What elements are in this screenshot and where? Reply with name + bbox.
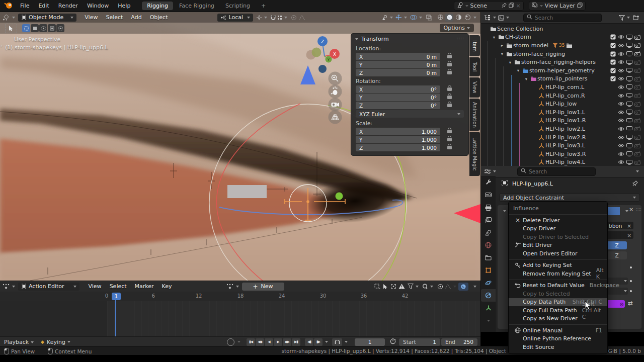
expand-arrow-icon[interactable]: ▾	[507, 60, 513, 65]
panel-drag-handle[interactable]: ::::	[457, 37, 464, 41]
jump-start-button[interactable]: ▮◀	[247, 338, 255, 346]
topbar-menu-edit[interactable]: Edit	[34, 3, 53, 9]
axis-z-button-on[interactable]: Z	[607, 241, 627, 249]
menu-item-edit-source[interactable]: Edit Source	[509, 343, 607, 351]
lock-icon[interactable]	[447, 138, 452, 141]
viewport-menu-add[interactable]: Add	[127, 14, 145, 21]
rotation-mode-dropdown[interactable]: XYZ Euler	[356, 110, 464, 118]
sidebar-tab-animation[interactable]: Animation	[469, 99, 480, 131]
menu-item-online-python-reference[interactable]: Online Python Reference	[509, 335, 607, 343]
monitor-toggle-icon[interactable]	[626, 160, 632, 165]
eye-toggle-icon[interactable]	[618, 68, 624, 73]
show-gizmo-toggle[interactable]	[395, 14, 407, 22]
new-collection-button[interactable]	[632, 14, 640, 22]
lock-icon[interactable]	[447, 63, 452, 66]
select-mode-lasso-button[interactable]	[48, 24, 56, 32]
proportional-edit-button[interactable]	[290, 14, 298, 22]
topbar-menu-help[interactable]: Help	[113, 3, 135, 9]
editor-type-button[interactable]	[3, 14, 15, 22]
add-workspace-button[interactable]: +	[256, 2, 271, 10]
playback-menu[interactable]: Playback	[4, 339, 34, 345]
check-toggle-icon[interactable]	[610, 59, 616, 65]
outliner-filter-mode-button[interactable]	[498, 14, 509, 22]
camera-toggle-icon[interactable]	[634, 93, 640, 98]
camera-toggle-icon[interactable]	[634, 59, 640, 65]
orientation-dropdown[interactable]: Local	[217, 14, 253, 22]
menu-item-copy-driver[interactable]: Copy Driver	[509, 225, 607, 233]
monitor-toggle-icon[interactable]	[626, 84, 632, 89]
constraint-extras-chevron[interactable]	[625, 210, 628, 212]
circle-dot-icon[interactable]	[436, 283, 444, 291]
playhead-line[interactable]	[115, 300, 116, 336]
lock-icon[interactable]	[447, 130, 452, 133]
menu-item-remove-from-keying-set[interactable]: Remove from Keying SetAlt K	[509, 269, 607, 278]
end-frame-field[interactable]: End250	[441, 338, 477, 346]
sidebar-tab-item[interactable]: Item	[469, 35, 480, 56]
monitor-toggle-icon[interactable]	[626, 76, 632, 81]
properties-search-input[interactable]	[529, 168, 579, 174]
monitor-toggle-icon[interactable]	[626, 102, 632, 107]
properties-options-chevron[interactable]	[636, 170, 639, 172]
lock-icon[interactable]	[447, 87, 452, 91]
camera-toggle-icon[interactable]	[634, 34, 640, 40]
eye-toggle-icon[interactable]	[618, 102, 624, 107]
swap-icon[interactable]: ⇄	[628, 300, 633, 307]
check-toggle-icon[interactable]	[610, 76, 616, 81]
monitor-toggle-icon[interactable]	[626, 151, 632, 156]
constraint-target-field[interactable]: bbon×	[607, 222, 633, 229]
properties-tab-view-layer[interactable]	[481, 214, 496, 226]
expand-arrow-icon[interactable]: ▾	[499, 51, 505, 56]
outliner-row-hlp-lip-low1-r[interactable]: HLP-lip_low1.R	[481, 117, 644, 125]
lock-icon[interactable]	[447, 55, 452, 58]
eye-toggle-icon[interactable]	[618, 34, 624, 40]
monitor-toggle-icon[interactable]	[626, 110, 632, 115]
influence-slider-driven[interactable]: ⊗	[607, 300, 625, 308]
camera-toggle-icon[interactable]	[634, 143, 640, 148]
dopesheet-menu-key[interactable]: Key	[158, 283, 176, 290]
eye-toggle-icon[interactable]	[618, 160, 624, 165]
lock-icon[interactable]	[447, 96, 452, 99]
constraint-collapse-chevron[interactable]	[503, 210, 506, 212]
unlink-scene-icon[interactable]: ×	[516, 3, 521, 9]
normalize-chevron[interactable]	[473, 286, 476, 288]
onion-skin-icon[interactable]	[422, 283, 433, 291]
eye-toggle-icon[interactable]	[618, 76, 624, 81]
monitor-toggle-icon[interactable]	[626, 143, 632, 148]
blender-logo-icon[interactable]	[4, 2, 13, 11]
properties-tab-constraint[interactable]	[481, 289, 496, 302]
camera-toggle-icon[interactable]	[634, 160, 640, 165]
outliner-row-storm-model[interactable]: ▸storm-model35	[481, 41, 644, 50]
filter-icon[interactable]	[408, 283, 419, 291]
jump-end-button[interactable]: ▶▮	[292, 338, 300, 346]
menu-item-reset-to-default-value[interactable]: Reset to Default ValueBackspace	[509, 282, 607, 290]
outliner-row-storm-helper-geometry[interactable]: ▾storm-helper_geometry	[481, 66, 644, 75]
select-mode-box-button[interactable]	[31, 24, 39, 32]
topbar-menu-file[interactable]: File	[16, 3, 34, 9]
preview-range-icon[interactable]	[332, 338, 342, 346]
camera-toggle-icon[interactable]	[634, 102, 640, 107]
expand-arrow-icon[interactable]: ▾	[491, 35, 497, 40]
outliner-row-storm-lip-pointers[interactable]: ▾storm-lip_pointers	[481, 75, 644, 83]
current-frame-tag[interactable]: 1	[112, 293, 121, 300]
dopesheet-mode-dropdown[interactable]: Action Editor	[18, 283, 79, 291]
check-toggle-icon[interactable]	[610, 51, 616, 57]
camera-toggle-icon[interactable]	[634, 118, 640, 123]
constraint-type-icon[interactable]	[607, 207, 620, 215]
outliner-row-hlp-lip-corn-r[interactable]: HLP-lip_corn.R	[481, 92, 644, 100]
constraint-close-icon[interactable]: ×	[629, 206, 633, 213]
properties-tab-output[interactable]	[481, 201, 496, 214]
prev-frame-button[interactable]: ◀▮	[305, 338, 313, 346]
eye-toggle-icon[interactable]	[618, 110, 624, 115]
properties-tab-collection[interactable]	[481, 251, 496, 264]
menu-item-online-manual[interactable]: Online ManualF1	[509, 326, 607, 335]
breadcrumb-object-name[interactable]: HLP-lip_upp6.L	[512, 180, 553, 187]
workspace-tab-rigging[interactable]: Rigging	[142, 2, 173, 10]
new-action-button[interactable]: + New	[242, 283, 284, 291]
record-options-chevron[interactable]	[237, 341, 240, 343]
expand-arrow-icon[interactable]: ▾	[515, 68, 521, 73]
auto-keying-record-button[interactable]	[227, 338, 234, 346]
viewport-menu-view[interactable]: View	[80, 14, 102, 21]
transform-field-rotation-z[interactable]: Z0°	[356, 102, 440, 109]
transform-field-location-y[interactable]: Y0 m	[356, 61, 440, 68]
check-toggle-icon[interactable]	[610, 68, 616, 73]
